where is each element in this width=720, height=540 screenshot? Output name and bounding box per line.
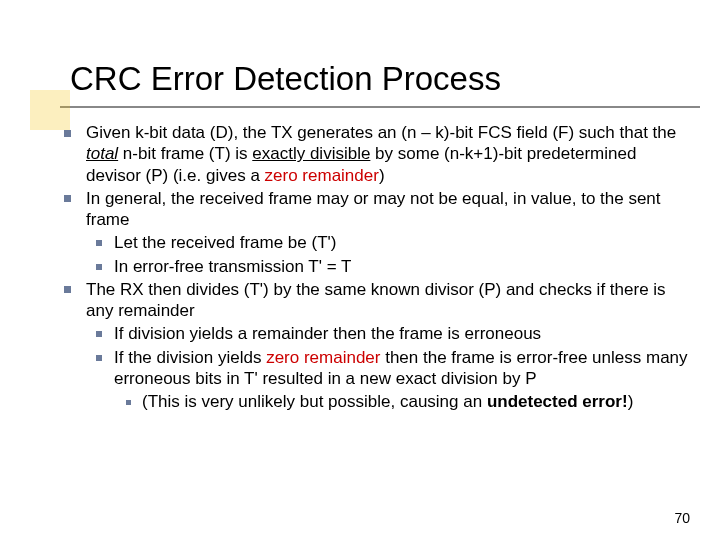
- title-rule: [60, 106, 700, 108]
- bullet-3b-i: (This is very unlikely but possible, cau…: [114, 391, 690, 412]
- text: In error-free transmission T' = T: [114, 257, 351, 276]
- sub-bullet-list: Let the received frame be (T') In error-…: [86, 232, 690, 277]
- text-zero-remainder: zero remainder: [265, 166, 379, 185]
- bullet-2a: Let the received frame be (T'): [86, 232, 690, 253]
- text-undetected: undetected error!: [487, 392, 628, 411]
- bullet-3: The RX then divides (T') by the same kno…: [60, 279, 690, 413]
- text: ): [628, 392, 634, 411]
- text-total: total: [86, 144, 118, 163]
- text: (This is very unlikely but possible, cau…: [142, 392, 487, 411]
- bullet-3b: If the division yields zero remainder th…: [86, 347, 690, 413]
- slide-title: CRC Error Detection Process: [70, 60, 690, 98]
- slide-content: Given k-bit data (D), the TX generates a…: [60, 122, 690, 412]
- bullet-list: Given k-bit data (D), the TX generates a…: [60, 122, 690, 412]
- text: ): [379, 166, 385, 185]
- text: n-bit frame (T) is: [118, 144, 252, 163]
- bullet-2: In general, the received frame may or ma…: [60, 188, 690, 277]
- text: Given k-bit data (D), the TX generates a…: [86, 123, 676, 142]
- text: In general, the received frame may or ma…: [86, 189, 661, 229]
- text: The RX then divides (T') by the same kno…: [86, 280, 666, 320]
- bullet-2b: In error-free transmission T' = T: [86, 256, 690, 277]
- text-zero-remainder: zero remainder: [266, 348, 380, 367]
- text-exactly: exactly divisible: [252, 144, 370, 163]
- text: If the division yields: [114, 348, 266, 367]
- sub-bullet-list: If division yields a remainder then the …: [86, 323, 690, 412]
- page-number: 70: [674, 510, 690, 526]
- bullet-3a: If division yields a remainder then the …: [86, 323, 690, 344]
- text: Let the received frame be (T'): [114, 233, 336, 252]
- slide: CRC Error Detection Process Given k-bit …: [0, 0, 720, 540]
- bullet-1: Given k-bit data (D), the TX generates a…: [60, 122, 690, 186]
- text: If division yields a remainder then the …: [114, 324, 541, 343]
- sub-sub-bullet-list: (This is very unlikely but possible, cau…: [114, 391, 690, 412]
